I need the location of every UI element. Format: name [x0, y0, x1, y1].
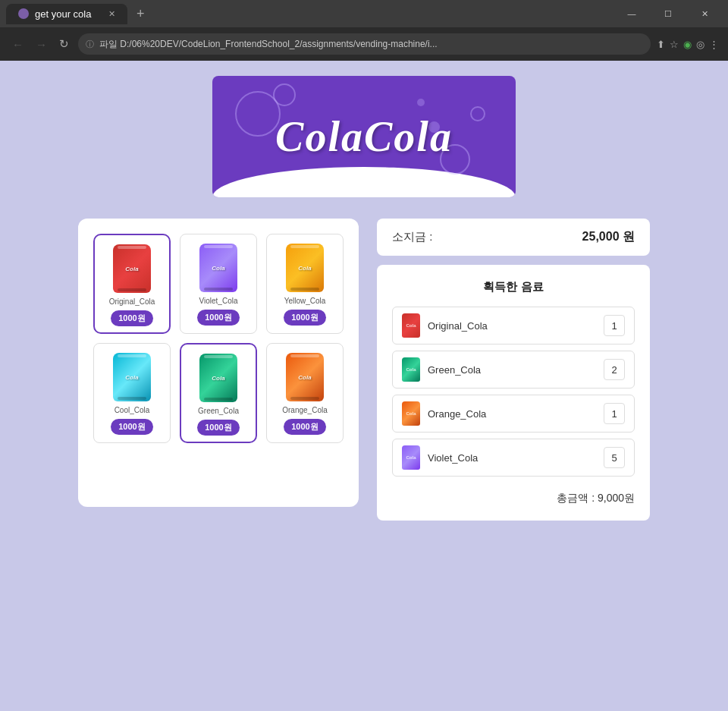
- total-line: 총금액 : 9,000원: [392, 486, 635, 505]
- acquired-name: Violet_Cola: [428, 452, 596, 464]
- forward-button[interactable]: →: [33, 36, 50, 52]
- close-button[interactable]: ✕: [687, 2, 722, 26]
- acquired-name: Green_Cola: [428, 364, 596, 376]
- right-panel: 소지금 : 25,000 원 획득한 음료 Cola Original_Cola…: [377, 219, 650, 521]
- cola-can-cool: Cola: [113, 353, 151, 401]
- logo-text: ColaCola: [275, 112, 453, 161]
- cola-price-cool: 1000원: [111, 419, 152, 435]
- acquired-title: 획득한 음료: [392, 280, 635, 294]
- address-wrapper: ⓘ 파일 D:/06%20DEV/CodeLion_FrontendSchool…: [78, 33, 651, 55]
- tab-title: get your cola: [35, 8, 91, 20]
- acquired-item: Cola Orange_Cola 1: [392, 395, 635, 433]
- acquired-card: 획득한 음료 Cola Original_Cola 1 Cola Green_C…: [377, 265, 650, 521]
- acquired-count: 5: [604, 447, 625, 468]
- address-input[interactable]: 파일 D:/06%20DEV/CodeLion_FrontendSchool_2…: [78, 33, 651, 55]
- acquired-list: Cola Original_Cola 1 Cola Green_Cola 2 C…: [392, 307, 635, 477]
- minimize-button[interactable]: —: [614, 2, 649, 26]
- acquired-can: Cola: [402, 445, 420, 470]
- cola-name-original: Original_Cola: [109, 297, 155, 306]
- balance-amount: 25,000 원: [582, 229, 635, 245]
- acquired-count: 2: [604, 359, 625, 380]
- acquired-count: 1: [604, 403, 625, 424]
- cola-can-orange: Cola: [286, 353, 324, 401]
- cola-grid: Cola Original_Cola 1000원 Cola Violet_Col…: [93, 234, 344, 443]
- balance-label: 소지금 :: [392, 230, 432, 244]
- cola-item-cool[interactable]: Cola Cool_Cola 1000원: [93, 343, 171, 443]
- lock-icon: ⓘ: [86, 39, 94, 50]
- acquired-item: Cola Original_Cola 1: [392, 307, 635, 344]
- browser-toolbar: ⬆ ☆ ◉ ◎ ⋮: [657, 39, 719, 50]
- vending-panel: Cola Original_Cola 1000원 Cola Violet_Col…: [78, 219, 359, 507]
- acquired-count: 1: [604, 315, 625, 336]
- refresh-button[interactable]: ↻: [56, 36, 72, 52]
- logo-banner: ColaCola: [212, 76, 516, 197]
- cola-price-violet: 1000원: [197, 310, 239, 326]
- cola-can-green: Cola: [199, 354, 237, 402]
- acquired-name: Original_Cola: [428, 320, 596, 332]
- cola-price-yellow: 1000원: [284, 310, 325, 326]
- page-content: ColaCola Cola Original_Cola 1000원 Cola V…: [0, 61, 728, 683]
- cola-price-green: 1000원: [197, 420, 239, 436]
- active-tab[interactable]: get your cola ✕: [6, 4, 127, 24]
- profile-icon[interactable]: ◎: [696, 39, 704, 50]
- share-icon[interactable]: ⬆: [657, 39, 665, 50]
- cola-item-green[interactable]: Cola Green_Cola 1000원: [180, 343, 257, 443]
- cola-item-original[interactable]: Cola Original_Cola 1000원: [93, 234, 171, 334]
- new-tab-button[interactable]: +: [130, 6, 151, 22]
- cola-name-green: Green_Cola: [198, 407, 239, 415]
- window-controls: — ☐ ✕: [614, 2, 722, 26]
- back-button[interactable]: ←: [9, 36, 27, 52]
- acquired-can: Cola: [402, 313, 420, 338]
- tab-favicon: [18, 8, 29, 19]
- cola-can-yellow: Cola: [286, 244, 324, 292]
- tab-close-button[interactable]: ✕: [108, 9, 115, 19]
- acquired-can: Cola: [402, 401, 420, 426]
- acquired-name: Orange_Cola: [428, 408, 596, 420]
- logo-section: ColaCola: [15, 76, 713, 197]
- bookmark-icon[interactable]: ☆: [670, 39, 679, 50]
- cola-can-original: Cola: [113, 244, 151, 293]
- acquired-item: Cola Green_Cola 2: [392, 351, 635, 389]
- cola-item-orange[interactable]: Cola Orange_Cola 1000원: [266, 343, 344, 443]
- cola-item-violet[interactable]: Cola Violet_Cola 1000원: [180, 234, 257, 334]
- browser-window: get your cola ✕ + — ☐ ✕ ← → ↻ ⓘ 파일 D:/06…: [0, 0, 728, 683]
- address-bar: ← → ↻ ⓘ 파일 D:/06%20DEV/CodeLion_Frontend…: [0, 27, 728, 61]
- cola-can-violet: Cola: [199, 244, 237, 292]
- maximize-button[interactable]: ☐: [651, 2, 686, 26]
- cola-price-orange: 1000원: [284, 419, 325, 435]
- main-layout: Cola Original_Cola 1000원 Cola Violet_Col…: [15, 219, 713, 521]
- balance-card: 소지금 : 25,000 원: [377, 219, 650, 256]
- cola-name-violet: Violet_Cola: [199, 297, 238, 305]
- titlebar: get your cola ✕ + — ☐ ✕: [0, 0, 728, 27]
- menu-icon[interactable]: ⋮: [709, 39, 719, 50]
- cola-name-yellow: Yellow_Cola: [284, 297, 326, 305]
- acquired-item: Cola Violet_Cola 5: [392, 439, 635, 477]
- cola-name-orange: Orange_Cola: [282, 406, 327, 414]
- cola-price-original: 1000원: [111, 310, 152, 326]
- extensions-icon[interactable]: ◉: [683, 39, 692, 50]
- cola-item-yellow[interactable]: Cola Yellow_Cola 1000원: [266, 234, 344, 334]
- acquired-can: Cola: [402, 357, 420, 382]
- cola-name-cool: Cool_Cola: [115, 406, 150, 414]
